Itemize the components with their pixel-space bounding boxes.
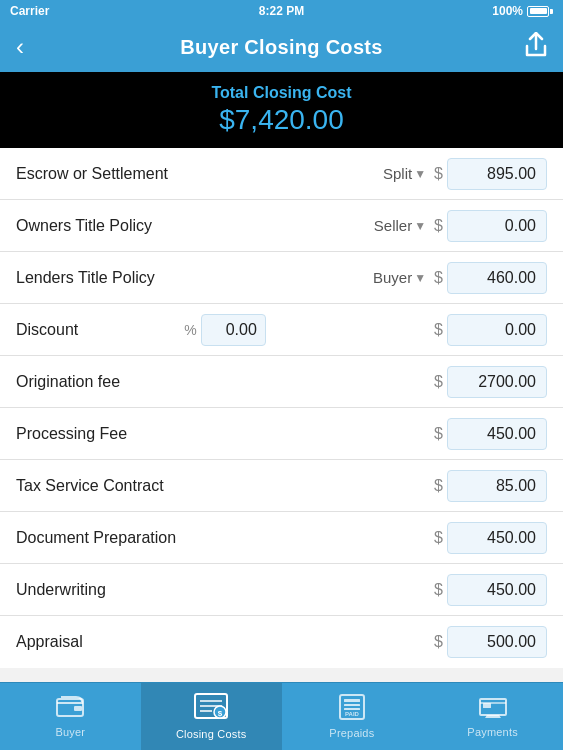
chevron-down-icon: ▼ [414, 167, 426, 181]
tab-closing-costs-label: Closing Costs [176, 728, 246, 740]
table-row: Owners Title Policy Seller ▼ $ 0.00 [0, 200, 563, 252]
tab-payments[interactable]: Payments [422, 683, 563, 750]
escrow-dropdown[interactable]: Split ▼ [383, 165, 426, 182]
row-label-escrow: Escrow or Settlement [16, 165, 383, 183]
tab-prepaids[interactable]: PAID Prepaids [282, 683, 423, 750]
content-area: Escrow or Settlement Split ▼ $ 895.00 Ow… [0, 148, 563, 688]
battery-icon [527, 6, 553, 17]
status-right: 100% [492, 4, 553, 18]
total-amount: $7,420.00 [0, 104, 563, 136]
nav-bar: ‹ Buyer Closing Costs [0, 22, 563, 72]
chevron-down-icon: ▼ [414, 271, 426, 285]
svg-rect-9 [344, 699, 360, 702]
lenders-title-value[interactable]: 460.00 [447, 262, 547, 294]
table-row: Document Preparation $ 450.00 [0, 512, 563, 564]
table-row: Processing Fee $ 450.00 [0, 408, 563, 460]
table-row: Escrow or Settlement Split ▼ $ 895.00 [0, 148, 563, 200]
svg-rect-10 [344, 704, 360, 706]
processing-value[interactable]: 450.00 [447, 418, 547, 450]
tab-bar: Buyer $ Closing Costs PAID [0, 682, 563, 750]
tab-prepaids-label: Prepaids [329, 727, 374, 739]
row-label-discount: Discount [16, 321, 184, 339]
discount-pct-input[interactable] [201, 314, 266, 346]
svg-text:PAID: PAID [345, 711, 360, 717]
svg-text:$: $ [218, 709, 223, 718]
svg-rect-11 [344, 708, 360, 710]
page-title: Buyer Closing Costs [180, 36, 382, 59]
prepaids-icon: PAID [339, 694, 365, 724]
tax-service-value[interactable]: 85.00 [447, 470, 547, 502]
row-label-origination: Origination fee [16, 373, 434, 391]
row-label-processing: Processing Fee [16, 425, 434, 443]
time-label: 8:22 PM [259, 4, 304, 18]
doc-prep-value[interactable]: 450.00 [447, 522, 547, 554]
row-label-underwriting: Underwriting [16, 581, 434, 599]
row-label-lenders-title: Lenders Title Policy [16, 269, 373, 287]
appraisal-value[interactable]: 500.00 [447, 626, 547, 658]
battery-label: 100% [492, 4, 523, 18]
percent-symbol: % [184, 322, 196, 338]
tab-payments-label: Payments [467, 726, 518, 738]
buyer-icon [56, 695, 84, 723]
carrier-label: Carrier [10, 4, 49, 18]
svg-rect-1 [74, 706, 82, 711]
tab-buyer-label: Buyer [56, 726, 86, 738]
table-row: Lenders Title Policy Buyer ▼ $ 460.00 [0, 252, 563, 304]
status-bar: Carrier 8:22 PM 100% [0, 0, 563, 22]
tab-buyer[interactable]: Buyer [0, 683, 141, 750]
tab-closing-costs[interactable]: $ Closing Costs [141, 683, 282, 750]
underwriting-value[interactable]: 450.00 [447, 574, 547, 606]
table-row: Discount % $ 0.00 [0, 304, 563, 356]
closing-costs-icon: $ [194, 693, 228, 725]
origination-value[interactable]: 2700.00 [447, 366, 547, 398]
table-row: Underwriting $ 450.00 [0, 564, 563, 616]
row-label-appraisal: Appraisal [16, 633, 434, 651]
discount-value[interactable]: 0.00 [447, 314, 547, 346]
row-label-doc-prep: Document Preparation [16, 529, 434, 547]
payments-icon [479, 695, 507, 723]
chevron-down-icon: ▼ [414, 219, 426, 233]
table-row: Origination fee $ 2700.00 [0, 356, 563, 408]
lenders-title-dropdown[interactable]: Buyer ▼ [373, 269, 426, 286]
table-row: Appraisal $ 500.00 [0, 616, 563, 668]
row-label-owners-title: Owners Title Policy [16, 217, 374, 235]
table-row: Tax Service Contract $ 85.00 [0, 460, 563, 512]
owners-title-value[interactable]: 0.00 [447, 210, 547, 242]
total-banner: Total Closing Cost $7,420.00 [0, 72, 563, 148]
row-label-tax-service: Tax Service Contract [16, 477, 434, 495]
total-label: Total Closing Cost [0, 84, 563, 102]
share-button[interactable] [525, 32, 547, 63]
escrow-value[interactable]: 895.00 [447, 158, 547, 190]
owners-title-dropdown[interactable]: Seller ▼ [374, 217, 426, 234]
back-button[interactable]: ‹ [16, 33, 24, 61]
